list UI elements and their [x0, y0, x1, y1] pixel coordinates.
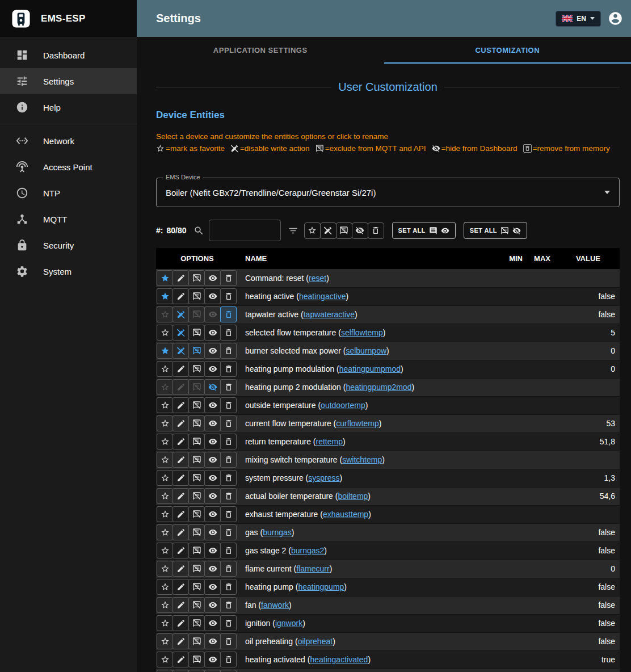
disable-write-toggle[interactable]: [173, 488, 189, 504]
favorite-toggle[interactable]: [157, 506, 173, 522]
entity-name[interactable]: gas stage 2: [245, 546, 286, 555]
remove-memory-toggle[interactable]: [220, 652, 237, 667]
entity-code-link[interactable]: tapwateractive: [304, 310, 355, 319]
disable-write-toggle[interactable]: [173, 543, 189, 558]
remove-memory-toggle[interactable]: [220, 397, 237, 413]
entity-name[interactable]: exhaust temperature: [245, 510, 318, 519]
entity-name[interactable]: current flow temperature: [245, 419, 331, 428]
remove-memory-toggle[interactable]: [220, 488, 237, 504]
remove-memory-toggle[interactable]: [220, 633, 237, 649]
entity-name[interactable]: flame current: [245, 564, 292, 573]
remove-memory-toggle[interactable]: [220, 579, 237, 595]
hide-dashboard-toggle[interactable]: [204, 306, 221, 322]
favorite-toggle[interactable]: [157, 397, 173, 413]
filter-comments-disabled-toggle[interactable]: [336, 222, 352, 239]
ems-device-select[interactable]: EMS Device Boiler (Nefit GBx72/Trendline…: [156, 178, 620, 207]
favorite-toggle[interactable]: [157, 452, 173, 468]
hide-dashboard-toggle[interactable]: [204, 434, 221, 450]
entity-search-input[interactable]: [209, 220, 281, 241]
filter-eye-off-toggle[interactable]: [352, 222, 368, 239]
entity-name[interactable]: gas: [245, 528, 258, 537]
entity-code-link[interactable]: ignwork: [275, 619, 302, 628]
disable-write-toggle[interactable]: [173, 434, 189, 450]
sidebar-item-mqtt[interactable]: MQTT: [0, 206, 137, 232]
mqtt-exclude-toggle[interactable]: [188, 361, 205, 377]
disable-write-toggle[interactable]: [173, 379, 189, 395]
disable-write-toggle[interactable]: [173, 270, 189, 286]
disable-write-toggle[interactable]: [173, 397, 189, 413]
entity-name[interactable]: return temperature: [245, 437, 311, 446]
entity-name[interactable]: system pressure: [245, 473, 304, 482]
entity-code-link[interactable]: burngas2: [291, 546, 324, 555]
hide-dashboard-toggle[interactable]: [204, 506, 221, 522]
disable-write-toggle[interactable]: [173, 670, 189, 672]
mqtt-exclude-toggle[interactable]: [188, 579, 205, 595]
remove-memory-toggle[interactable]: [220, 670, 237, 672]
disable-write-toggle[interactable]: [173, 325, 189, 341]
disable-write-toggle[interactable]: [173, 452, 189, 468]
remove-memory-toggle[interactable]: [220, 561, 237, 577]
remove-memory-toggle[interactable]: [220, 306, 237, 322]
disable-write-toggle[interactable]: [173, 470, 189, 486]
mqtt-exclude-toggle[interactable]: [188, 288, 205, 304]
mqtt-exclude-toggle[interactable]: [188, 379, 205, 395]
entity-code-link[interactable]: reset: [309, 274, 326, 283]
favorite-toggle[interactable]: [157, 579, 173, 595]
entity-code-link[interactable]: heatingactivated: [310, 655, 368, 664]
sidebar-item-access-point[interactable]: Access Point: [0, 154, 137, 180]
entity-code-link[interactable]: heatingpump: [298, 582, 344, 591]
entity-code-link[interactable]: outdoortemp: [321, 401, 365, 410]
mqtt-exclude-toggle[interactable]: [188, 325, 205, 341]
disable-write-toggle[interactable]: [173, 615, 189, 631]
favorite-toggle[interactable]: [157, 470, 173, 486]
entity-code-link[interactable]: flamecurr: [296, 564, 329, 573]
filter-edit-off-toggle[interactable]: [320, 222, 336, 239]
disable-write-toggle[interactable]: [173, 361, 189, 377]
mqtt-exclude-toggle[interactable]: [188, 633, 205, 649]
remove-memory-toggle[interactable]: [220, 361, 237, 377]
favorite-toggle[interactable]: [157, 415, 173, 431]
entity-code-link[interactable]: oilpreheat: [298, 637, 333, 646]
hide-dashboard-toggle[interactable]: [204, 415, 221, 431]
favorite-toggle[interactable]: [157, 288, 173, 304]
set-all-hide-button[interactable]: SET ALL: [464, 222, 527, 239]
remove-memory-toggle[interactable]: [220, 452, 237, 468]
favorite-toggle[interactable]: [157, 561, 173, 577]
entity-name[interactable]: mixing switch temperature: [245, 455, 338, 464]
hide-dashboard-toggle[interactable]: [204, 615, 221, 631]
tab-application-settings[interactable]: APPLICATION SETTINGS: [137, 37, 384, 64]
mqtt-exclude-toggle[interactable]: [188, 434, 205, 450]
hide-dashboard-toggle[interactable]: [204, 543, 221, 558]
favorite-toggle[interactable]: [157, 270, 173, 286]
entity-name[interactable]: selected flow temperature: [245, 328, 336, 337]
disable-write-toggle[interactable]: [173, 506, 189, 522]
favorite-toggle[interactable]: [157, 615, 173, 631]
hide-dashboard-toggle[interactable]: [204, 652, 221, 667]
mqtt-exclude-toggle[interactable]: [188, 652, 205, 667]
favorite-toggle[interactable]: [157, 524, 173, 540]
hide-dashboard-toggle[interactable]: [204, 379, 221, 395]
sidebar-item-help[interactable]: Help: [0, 94, 137, 120]
entity-name[interactable]: heating activated: [245, 655, 305, 664]
entity-name[interactable]: heating pump: [245, 582, 293, 591]
filter-delete-toggle[interactable]: [368, 222, 384, 239]
remove-memory-toggle[interactable]: [220, 343, 237, 359]
remove-memory-toggle[interactable]: [220, 325, 237, 341]
mqtt-exclude-toggle[interactable]: [188, 615, 205, 631]
remove-memory-toggle[interactable]: [220, 615, 237, 631]
entity-name[interactable]: fan: [245, 600, 256, 610]
entity-code-link[interactable]: fanwork: [261, 600, 289, 610]
remove-memory-toggle[interactable]: [220, 434, 237, 450]
hide-dashboard-toggle[interactable]: [204, 633, 221, 649]
entity-code-link[interactable]: syspress: [308, 473, 339, 482]
entity-code-link[interactable]: selburnpow: [346, 346, 386, 355]
filter-star-toggle[interactable]: [304, 222, 321, 239]
favorite-toggle[interactable]: [157, 633, 173, 649]
sidebar-item-network[interactable]: Network: [0, 128, 137, 154]
remove-memory-toggle[interactable]: [220, 470, 237, 486]
entity-code-link[interactable]: curflowtemp: [336, 419, 378, 428]
favorite-toggle[interactable]: [157, 306, 173, 322]
entity-name[interactable]: tapwater active: [245, 310, 298, 319]
hide-dashboard-toggle[interactable]: [204, 524, 221, 540]
entity-code-link[interactable]: switchtemp: [342, 455, 382, 464]
